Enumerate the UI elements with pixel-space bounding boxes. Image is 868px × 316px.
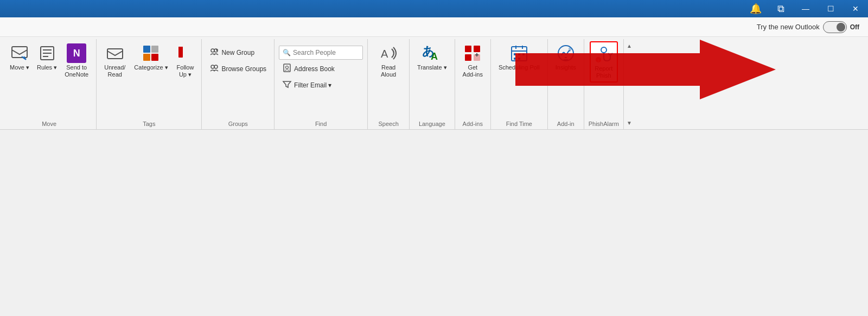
filter-email-icon: [282, 80, 292, 91]
svg-text:A: A: [381, 48, 388, 60]
minimize-button[interactable]: —: [793, 0, 818, 17]
language-group-label: Language: [414, 119, 450, 129]
svg-rect-0: [12, 47, 27, 58]
address-book-button[interactable]: Address Book: [279, 62, 363, 76]
title-bar: 🔔 ⧉ — ☐ ✕: [0, 0, 868, 17]
ribbon-group-addins: GetAdd-ins Add-ins: [455, 39, 491, 129]
read-aloud-button[interactable]: A ReadAloud: [372, 41, 405, 80]
svg-rect-22: [465, 54, 471, 61]
report-phish-icon: !: [594, 45, 614, 64]
svg-point-8: [211, 49, 214, 52]
rules-button[interactable]: Rules ▾: [34, 41, 60, 73]
groups-group-label: Groups: [206, 119, 270, 129]
move-button[interactable]: Move ▾: [7, 41, 33, 73]
toggle-state-label: Off: [850, 23, 859, 31]
address-book-label: Address Book: [294, 65, 335, 73]
svg-rect-32: [522, 53, 525, 55]
filter-email-button[interactable]: Filter Email ▾: [279, 78, 363, 92]
onenote-icon: N: [67, 43, 86, 63]
move-icon: [11, 43, 28, 63]
categorize-icon: [142, 43, 159, 63]
translate-button[interactable]: あ A Translate ▾: [414, 41, 450, 73]
svg-rect-21: [474, 46, 480, 52]
svg-text:A: A: [431, 51, 438, 62]
svg-marker-16: [283, 81, 291, 87]
get-addins-icon: [463, 43, 482, 63]
restore-icon[interactable]: ⧉: [768, 0, 793, 17]
scroll-down-button[interactable]: ▼: [624, 117, 635, 128]
categorize-label: Categorize ▾: [134, 64, 168, 71]
send-to-onenote-button[interactable]: N Send toOneNote: [61, 41, 92, 80]
scheduling-poll-button[interactable]: Scheduling Poll: [495, 41, 543, 73]
report-phish-button[interactable]: ! ReportPhish: [590, 41, 618, 83]
search-people-input[interactable]: [293, 49, 359, 56]
ribbon-group-language: あ A Translate ▾ Language: [410, 39, 455, 129]
ribbon-group-speech: A ReadAloud Speech: [368, 39, 410, 129]
find-group-label: Find: [279, 119, 363, 129]
scroll-up-button[interactable]: ▲: [624, 40, 635, 51]
svg-rect-30: [514, 53, 516, 55]
svg-rect-34: [518, 58, 520, 60]
scheduling-poll-icon: [509, 43, 529, 63]
categorize-button[interactable]: Categorize ▾: [131, 41, 171, 73]
maximize-button[interactable]: ☐: [818, 0, 843, 17]
new-group-label: New Group: [221, 49, 254, 56]
svg-point-12: [211, 65, 214, 68]
move-label: Move ▾: [10, 64, 29, 71]
unread-read-label: Unread/Read: [104, 64, 125, 78]
svg-rect-5: [107, 49, 123, 59]
search-people-field[interactable]: 🔍: [279, 46, 363, 60]
speech-group-label: Speech: [372, 119, 405, 129]
ribbon-group-find: 🔍 Address Book: [275, 39, 368, 129]
filter-email-label: Filter Email ▾: [294, 81, 331, 89]
rules-icon: [39, 43, 56, 63]
get-addins-button[interactable]: GetAdd-ins: [459, 41, 486, 80]
ribbon-group-move: Move ▾ Rules ▾ N: [2, 39, 97, 129]
svg-point-15: [286, 66, 289, 69]
tags-group-label: Tags: [101, 119, 197, 129]
follow-up-icon: [177, 43, 193, 63]
svg-point-36: [569, 47, 572, 50]
insights-button[interactable]: Insights: [552, 41, 579, 73]
svg-point-13: [214, 65, 218, 68]
new-group-button[interactable]: New Group: [206, 46, 270, 60]
unread-read-button[interactable]: Unread/Read: [101, 41, 129, 80]
new-outlook-bar: Try the new Outlook Off: [0, 17, 868, 37]
follow-up-button[interactable]: FollowUp ▾: [174, 41, 197, 80]
address-book-icon: [282, 64, 292, 74]
read-aloud-label: ReadAloud: [381, 64, 396, 78]
ribbon-group-groups: New Group Browse Groups: [202, 39, 275, 129]
svg-rect-33: [514, 58, 516, 60]
toggle-knob: [837, 23, 845, 31]
insights-label: Insights: [556, 64, 576, 71]
browse-groups-icon: [209, 64, 219, 74]
ribbon-scroll: ▲ ▼: [623, 39, 634, 129]
read-aloud-icon: A: [379, 43, 398, 63]
browse-groups-label: Browse Groups: [221, 65, 266, 73]
search-icon: 🔍: [283, 49, 291, 56]
svg-rect-20: [465, 46, 471, 52]
unread-read-icon: [106, 43, 124, 63]
ribbon-group-findtime: Scheduling Poll Find Time: [491, 39, 548, 129]
scheduling-poll-label: Scheduling Poll: [499, 64, 540, 71]
bell-icon[interactable]: 🔔: [743, 0, 768, 17]
browse-groups-button[interactable]: Browse Groups: [206, 62, 270, 76]
ribbon-group-addin: Insights Add-in: [548, 39, 584, 129]
send-to-onenote-label: Send toOneNote: [65, 64, 88, 78]
addins-group-label: Add-ins: [459, 119, 486, 129]
svg-point-37: [601, 47, 607, 53]
new-outlook-toggle[interactable]: [823, 21, 847, 33]
svg-text:!: !: [597, 58, 599, 63]
ribbon: Move ▾ Rules ▾ N: [0, 37, 868, 130]
move-group-label: Move: [7, 119, 92, 129]
follow-up-label: FollowUp ▾: [177, 64, 194, 78]
phishalarm-group-label: PhishAlarm: [589, 119, 619, 129]
ribbon-group-tags: Unread/Read Categorize ▾: [97, 39, 202, 129]
svg-rect-14: [284, 64, 290, 72]
close-button[interactable]: ✕: [843, 0, 868, 17]
translate-label: Translate ▾: [417, 64, 447, 71]
findtime-group-label: Find Time: [495, 119, 543, 129]
rules-label: Rules ▾: [37, 64, 57, 71]
get-addins-label: GetAdd-ins: [463, 64, 483, 78]
svg-rect-31: [518, 53, 520, 55]
